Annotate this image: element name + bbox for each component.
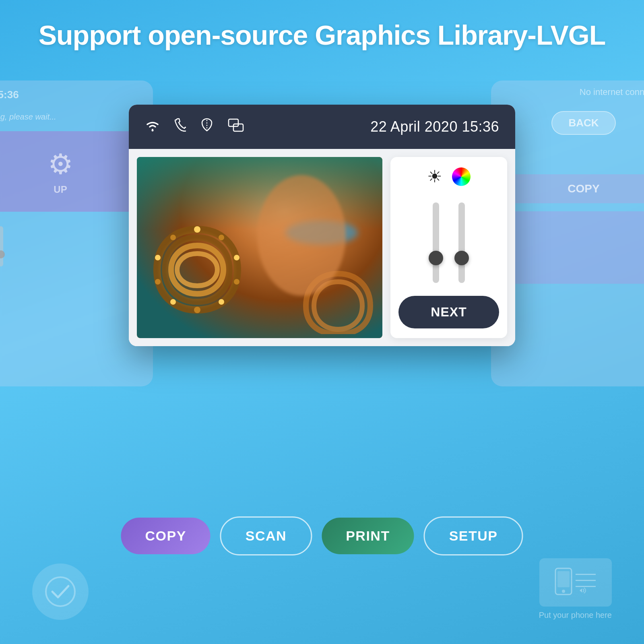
scan-button[interactable]: SCAN bbox=[220, 516, 312, 555]
ghost-right-nonet: No internet connection bbox=[491, 80, 644, 104]
svg-point-0 bbox=[152, 129, 154, 131]
ghost-copy-right: COPY bbox=[499, 174, 644, 203]
wifi-icon bbox=[145, 118, 160, 136]
ghost-back-button: BACK bbox=[551, 111, 615, 135]
svg-point-4 bbox=[219, 235, 224, 240]
svg-point-13 bbox=[46, 577, 75, 606]
svg-point-8 bbox=[194, 307, 200, 313]
phone-scan-icon bbox=[539, 558, 612, 607]
screen-mirror-icon bbox=[228, 118, 244, 136]
svg-point-9 bbox=[170, 299, 176, 305]
device-topbar: 22 April 2020 15:36 bbox=[129, 105, 515, 149]
bottom-decoration: Put your phone here bbox=[0, 558, 644, 620]
print-button[interactable]: PRINT bbox=[322, 518, 414, 554]
controls-icons-row: ☀ bbox=[427, 167, 471, 186]
copy-button[interactable]: COPY bbox=[121, 518, 210, 554]
check-circle-watermark bbox=[32, 564, 89, 620]
svg-point-11 bbox=[155, 255, 161, 260]
svg-point-10 bbox=[155, 279, 161, 285]
phone-placement-area: Put your phone here bbox=[539, 558, 612, 620]
svg-rect-15 bbox=[557, 571, 570, 587]
setup-button[interactable]: SETUP bbox=[424, 516, 523, 555]
ghost-setup-label: UP bbox=[54, 184, 67, 195]
bottom-nav-buttons: COPY SCAN PRINT SETUP bbox=[121, 516, 523, 555]
svg-point-16 bbox=[562, 590, 565, 593]
svg-point-7 bbox=[219, 299, 224, 305]
color-slider[interactable] bbox=[458, 202, 465, 283]
topbar-icons-group bbox=[145, 118, 244, 136]
phone-text: Put your phone here bbox=[539, 611, 612, 620]
ghost-left-time: 20 15:36 bbox=[0, 80, 153, 109]
svg-point-6 bbox=[234, 279, 239, 285]
page-title: Support open-source Graphics Library-LVG… bbox=[0, 0, 644, 51]
leaf-icon bbox=[200, 118, 213, 136]
device-controls-panel: ☀ NEXT bbox=[390, 157, 507, 338]
device-content-area: ☀ NEXT bbox=[129, 149, 515, 346]
gear-icon: ⚙ bbox=[48, 148, 73, 181]
color-slider-thumb[interactable] bbox=[454, 251, 469, 265]
ghost-purple-card bbox=[499, 211, 644, 284]
device-image-panel bbox=[137, 157, 382, 338]
svg-point-5 bbox=[234, 255, 239, 260]
ghost-back-btn-wrapper: BACK bbox=[499, 108, 644, 138]
color-wheel-icon[interactable] bbox=[452, 167, 471, 186]
sliders-area bbox=[398, 196, 499, 289]
ghost-slider-2 bbox=[0, 226, 3, 266]
svg-point-3 bbox=[194, 226, 200, 233]
topbar-datetime: 22 April 2020 15:36 bbox=[370, 118, 499, 135]
main-device-screen: 22 April 2020 15:36 bbox=[129, 105, 515, 346]
next-button[interactable]: NEXT bbox=[398, 296, 499, 328]
svg-point-12 bbox=[170, 235, 176, 240]
brightness-icon[interactable]: ☀ bbox=[427, 167, 442, 186]
device-photo bbox=[137, 157, 382, 338]
phone-icon bbox=[175, 118, 186, 136]
brightness-slider-thumb[interactable] bbox=[429, 251, 443, 265]
brightness-slider[interactable] bbox=[433, 202, 439, 283]
ghost-left-gear-card: ⚙ UP bbox=[0, 131, 145, 212]
